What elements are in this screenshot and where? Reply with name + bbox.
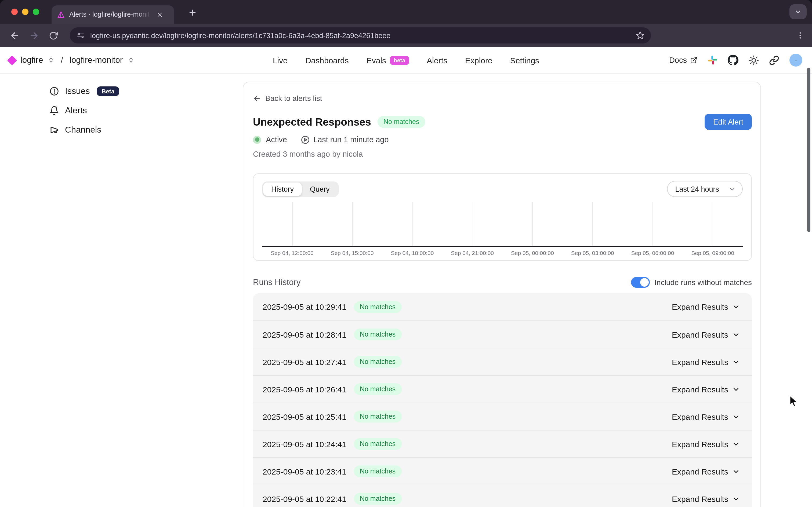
nav-alerts[interactable]: Alerts: [427, 56, 447, 65]
issues-beta-badge: Beta: [97, 87, 119, 96]
theme-sun-icon[interactable]: [749, 55, 759, 65]
slack-icon[interactable]: [708, 55, 717, 65]
chevron-down-icon: [729, 185, 736, 192]
external-link-icon: [690, 56, 698, 64]
runs-history-header: Runs History Include runs without matche…: [253, 276, 752, 289]
mouse-cursor: [790, 395, 799, 408]
chevron-down-icon: [732, 440, 740, 448]
screen: Alerts · logfire/logfire-monitor: [0, 0, 812, 507]
run-status-badge: No matches: [354, 465, 401, 477]
browser-window: Alerts · logfire/logfire-monitor: [0, 0, 812, 507]
chart-x-axis: Sep 04, 12:00:00 Sep 04, 15:00:00 Sep 04…: [262, 249, 743, 256]
active-label: Active: [266, 135, 287, 144]
nav-settings[interactable]: Settings: [510, 56, 539, 65]
expand-results-button[interactable]: Expand Results: [672, 385, 740, 394]
user-avatar[interactable]: -: [790, 54, 802, 67]
sidebar-item-channels[interactable]: Channels: [49, 124, 243, 136]
include-runs-toggle[interactable]: [631, 277, 650, 288]
issue-badge-icon: [49, 87, 59, 96]
reload-icon[interactable]: [46, 29, 60, 42]
sidebar-item-issues[interactable]: Issues Beta: [49, 86, 243, 97]
chevron-down-icon: [732, 303, 740, 311]
x-tick: Sep 05, 06:00:00: [623, 249, 683, 256]
app-header: logfire / logfire-monitor Live Dashboard…: [0, 47, 812, 73]
back-icon[interactable]: [7, 29, 21, 42]
run-row: 2025-09-05 at 10:26:41 No matches Expand…: [253, 375, 752, 403]
run-status-badge: No matches: [354, 493, 401, 505]
breadcrumb-separator: /: [61, 55, 63, 65]
back-to-alerts-link[interactable]: Back to alerts list: [253, 94, 752, 103]
arrow-left-icon: [253, 94, 261, 102]
x-tick: Sep 05, 09:00:00: [683, 249, 743, 256]
x-tick: Sep 05, 03:00:00: [562, 249, 623, 256]
run-row: 2025-09-05 at 10:25:41 No matches Expand…: [253, 403, 752, 430]
runs-history-chart: [262, 202, 743, 247]
breadcrumb: logfire / logfire-monitor: [9, 55, 134, 65]
chart-controls: History Query Last 24 hours: [262, 181, 743, 197]
history-chart-card: History Query Last 24 hours: [253, 173, 752, 261]
tab-history[interactable]: History: [263, 182, 302, 196]
time-range-select[interactable]: Last 24 hours: [667, 181, 743, 197]
url-text[interactable]: logfire-us.pydantic.dev/logfire/logfire-…: [90, 32, 390, 40]
run-status-badge: No matches: [354, 383, 401, 395]
nav-explore[interactable]: Explore: [465, 56, 492, 65]
nav-live[interactable]: Live: [273, 56, 287, 65]
url-bar[interactable]: logfire-us.pydantic.dev/logfire/logfire-…: [70, 27, 651, 44]
browser-menu-kebab-icon[interactable]: [796, 31, 805, 40]
run-status-badge: No matches: [354, 301, 401, 313]
nav-evals[interactable]: Evalsbeta: [367, 56, 409, 65]
zoom-window-button[interactable]: [33, 9, 39, 15]
sidebar-item-alerts[interactable]: Alerts: [49, 105, 243, 116]
org-switcher[interactable]: logfire: [20, 55, 43, 65]
close-window-button[interactable]: [11, 9, 18, 15]
chevrons-up-down-icon[interactable]: [48, 57, 54, 63]
page-scrollbar-thumb[interactable]: [807, 68, 810, 232]
new-tab-icon[interactable]: [186, 6, 199, 19]
run-status-badge: No matches: [354, 329, 401, 340]
x-tick: Sep 04, 18:00:00: [382, 249, 442, 256]
window-controls[interactable]: [11, 9, 39, 15]
minimize-window-button[interactable]: [22, 9, 29, 15]
edit-alert-button[interactable]: Edit Alert: [705, 114, 752, 130]
chevrons-up-down-icon[interactable]: [127, 57, 134, 63]
bell-icon: [49, 106, 59, 115]
logfire-logo-icon: [7, 55, 17, 65]
tab-query[interactable]: Query: [302, 182, 338, 196]
browser-tab-strip: Alerts · logfire/logfire-monitor: [0, 0, 812, 23]
content-area: Issues Beta Alerts Channels: [0, 73, 812, 507]
evals-beta-badge: beta: [390, 56, 409, 65]
site-settings-icon[interactable]: [76, 31, 85, 40]
run-row: 2025-09-05 at 10:23:41 No matches Expand…: [253, 457, 752, 485]
run-row: 2025-09-05 at 10:29:41 No matches Expand…: [253, 293, 752, 321]
browser-tab[interactable]: Alerts · logfire/logfire-monitor: [52, 5, 174, 23]
page-title: Unexpected Responses: [253, 116, 371, 128]
expand-results-button[interactable]: Expand Results: [672, 467, 740, 476]
chevron-down-icon: [732, 412, 740, 420]
tab-search-chevron-icon[interactable]: [790, 4, 807, 19]
bookmark-star-icon[interactable]: [636, 31, 644, 40]
github-icon[interactable]: [728, 55, 739, 65]
docs-link[interactable]: Docs: [669, 56, 698, 64]
expand-results-button[interactable]: Expand Results: [672, 302, 740, 311]
share-link-icon[interactable]: [769, 55, 779, 65]
runs-list: 2025-09-05 at 10:29:41 No matches Expand…: [253, 293, 752, 507]
expand-results-button[interactable]: Expand Results: [672, 330, 740, 339]
x-tick: Sep 04, 12:00:00: [262, 249, 322, 256]
tab-title: Alerts · logfire/logfire-monitor: [69, 11, 151, 18]
expand-results-button[interactable]: Expand Results: [672, 494, 740, 503]
expand-results-button[interactable]: Expand Results: [672, 439, 740, 449]
run-status-badge: No matches: [354, 411, 401, 422]
expand-results-button[interactable]: Expand Results: [672, 412, 740, 421]
run-row: 2025-09-05 at 10:24:41 No matches Expand…: [253, 430, 752, 457]
alert-detail-panel: Back to alerts list Unexpected Responses…: [243, 81, 761, 507]
forward-icon[interactable]: [27, 29, 41, 42]
created-by-text: Created 3 months ago by nicola: [253, 150, 752, 159]
title-row: Unexpected Responses No matches Edit Ale…: [253, 114, 752, 129]
include-runs-toggle-row: Include runs without matches: [631, 277, 752, 288]
expand-results-button[interactable]: Expand Results: [672, 357, 740, 367]
project-switcher[interactable]: logfire-monitor: [69, 55, 123, 65]
run-row: 2025-09-05 at 10:28:41 No matches Expand…: [253, 321, 752, 348]
nav-dashboards[interactable]: Dashboards: [305, 56, 349, 65]
tab-close-icon[interactable]: [155, 10, 164, 19]
x-tick: Sep 04, 21:00:00: [442, 249, 502, 256]
